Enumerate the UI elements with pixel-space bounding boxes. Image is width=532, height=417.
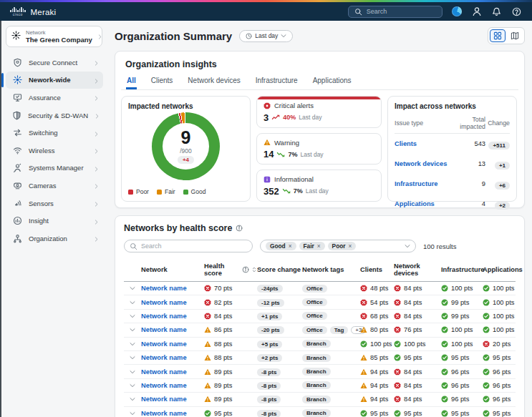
close-icon[interactable]: × bbox=[317, 242, 321, 250]
col-network-devices[interactable]: Network devices bbox=[394, 263, 441, 277]
network-name-link[interactable]: Network name bbox=[141, 313, 204, 320]
col-clients[interactable]: Clients bbox=[360, 266, 394, 273]
chevron-down-icon bbox=[281, 33, 286, 39]
network-selector[interactable]: Network The Green Company bbox=[6, 26, 102, 47]
sidebar-item-sensors[interactable]: Sensors bbox=[6, 195, 103, 212]
alert-value: 352 bbox=[263, 186, 279, 197]
sidebar-item-wireless[interactable]: Wireless bbox=[6, 142, 103, 160]
grid-view-button[interactable] bbox=[490, 29, 506, 42]
network-name-link[interactable]: Network name bbox=[141, 368, 204, 376]
tab-network-devices[interactable]: Network devices bbox=[187, 74, 241, 89]
network-tag[interactable]: Tag bbox=[330, 326, 349, 334]
issue-type-link[interactable]: Network devices bbox=[395, 160, 450, 167]
network-tag[interactable]: Branch bbox=[302, 340, 331, 348]
sidebar-item-cameras[interactable]: Cameras bbox=[6, 177, 103, 195]
sidebar-item-insight[interactable]: Insight bbox=[6, 212, 103, 230]
map-view-button[interactable] bbox=[507, 29, 523, 42]
network-name-link[interactable]: Network name bbox=[141, 340, 204, 348]
issue-type-link[interactable]: Infrastructure bbox=[395, 180, 450, 187]
alert-period: Last day bbox=[306, 187, 329, 195]
expand-row-icon[interactable] bbox=[124, 300, 141, 305]
tab-infrastructure[interactable]: Infrastructure bbox=[255, 74, 299, 89]
expand-row-icon[interactable] bbox=[124, 383, 141, 388]
critical-accent-bar bbox=[257, 97, 381, 99]
info-icon[interactable] bbox=[242, 266, 249, 273]
network-devices-cell: 84 pts bbox=[394, 299, 441, 306]
view-toggle bbox=[488, 27, 525, 44]
health-filter-select[interactable]: Good×Fair×Poor× bbox=[260, 240, 416, 252]
global-search-input[interactable] bbox=[367, 8, 437, 15]
filter-chip-fair[interactable]: Fair× bbox=[299, 242, 325, 250]
trend-down-icon bbox=[276, 152, 285, 157]
poor-status-icon bbox=[394, 326, 401, 333]
col-score-change[interactable]: Score change bbox=[257, 266, 302, 273]
expand-row-icon[interactable] bbox=[124, 341, 141, 347]
sort-icon[interactable] bbox=[251, 267, 257, 273]
expand-row-icon[interactable] bbox=[124, 411, 141, 416]
good-status-icon bbox=[204, 410, 211, 417]
sidebar-item-security-sd-wan[interactable]: Security & SD-WAN bbox=[6, 107, 103, 124]
assistant-icon[interactable] bbox=[452, 6, 462, 16]
warning-alert-card[interactable]: Warning147%Last day bbox=[256, 133, 382, 165]
filter-chip-good[interactable]: Good× bbox=[266, 242, 296, 250]
network-tag[interactable]: Office bbox=[302, 326, 327, 334]
filter-chip-poor[interactable]: Poor× bbox=[328, 242, 357, 250]
poor-status-icon bbox=[394, 382, 401, 389]
expand-row-icon[interactable] bbox=[124, 313, 141, 319]
network-tag[interactable]: Branch bbox=[302, 381, 331, 389]
time-range-selector[interactable]: Last day bbox=[239, 30, 293, 42]
score-change-badge: +5 pts bbox=[257, 340, 282, 348]
issue-type-link[interactable]: Applications bbox=[395, 200, 450, 207]
network-name-link[interactable]: Network name bbox=[141, 285, 204, 292]
expand-row-icon[interactable] bbox=[124, 355, 141, 360]
tab-clients[interactable]: Clients bbox=[150, 74, 174, 89]
network-tag[interactable]: Branch bbox=[302, 368, 331, 376]
expand-row-icon[interactable] bbox=[124, 396, 141, 402]
global-search[interactable] bbox=[348, 6, 442, 18]
info-icon[interactable] bbox=[236, 225, 243, 232]
user-icon[interactable] bbox=[471, 6, 482, 17]
sidebar-item-nework-wide[interactable]: Nework-wide bbox=[6, 72, 103, 89]
change-badge: +2 bbox=[495, 202, 510, 210]
network-name-link[interactable]: Network name bbox=[141, 299, 204, 306]
network-name-link[interactable]: Network name bbox=[141, 354, 204, 361]
expand-row-icon[interactable] bbox=[124, 285, 141, 291]
sidebar-item-organization[interactable]: Organization bbox=[6, 230, 103, 247]
close-icon[interactable]: × bbox=[289, 242, 292, 250]
sensor-icon bbox=[12, 198, 22, 208]
col-infrastructure[interactable]: Infrastructure bbox=[441, 266, 483, 273]
issue-type-link[interactable]: Clients bbox=[395, 140, 450, 147]
health-search[interactable] bbox=[124, 240, 253, 252]
network-name-link[interactable]: Network name bbox=[141, 382, 204, 389]
network-name-link[interactable]: Network name bbox=[141, 410, 204, 417]
network-tag[interactable]: Branch bbox=[302, 409, 331, 417]
expand-row-icon[interactable] bbox=[124, 369, 141, 375]
col-applications[interactable]: Applications bbox=[483, 266, 523, 273]
col-network-tags[interactable]: Network tags bbox=[302, 266, 360, 273]
good-status-icon bbox=[441, 354, 448, 361]
close-icon[interactable]: × bbox=[349, 242, 352, 250]
network-name-link[interactable]: Network name bbox=[141, 326, 204, 333]
network-tag[interactable]: Office bbox=[302, 285, 327, 293]
network-tag[interactable]: Branch bbox=[302, 396, 331, 403]
sidebar-item-secure-connect[interactable]: Secure Connect bbox=[6, 54, 103, 72]
critical-alert-card[interactable]: Critical alerts340%Last day bbox=[256, 96, 382, 128]
col-network[interactable]: Network bbox=[141, 266, 204, 273]
total-impacted: 543 bbox=[450, 140, 485, 147]
notifications-icon[interactable] bbox=[491, 6, 502, 17]
tab-applications[interactable]: Applications bbox=[312, 74, 352, 89]
network-tag[interactable]: Office bbox=[302, 312, 327, 320]
clients-cell: 85 pts bbox=[360, 354, 394, 361]
sidebar-item-systems-manager[interactable]: Systems Manager bbox=[6, 160, 103, 177]
sidebar-item-assurance[interactable]: Assurance bbox=[6, 89, 103, 107]
network-tag[interactable]: Office bbox=[302, 298, 327, 306]
informational-alert-card[interactable]: Informational3527%Last day bbox=[256, 170, 382, 202]
tab-all[interactable]: All bbox=[126, 74, 137, 89]
network-name-link[interactable]: Network name bbox=[141, 396, 204, 403]
col-health-score[interactable]: Health score bbox=[204, 263, 240, 277]
network-tag[interactable]: Branch bbox=[302, 354, 331, 362]
help-icon[interactable] bbox=[511, 6, 522, 17]
expand-row-icon[interactable] bbox=[124, 327, 141, 333]
sidebar-item-switching[interactable]: Switching bbox=[6, 124, 103, 142]
health-search-input[interactable] bbox=[141, 242, 247, 250]
